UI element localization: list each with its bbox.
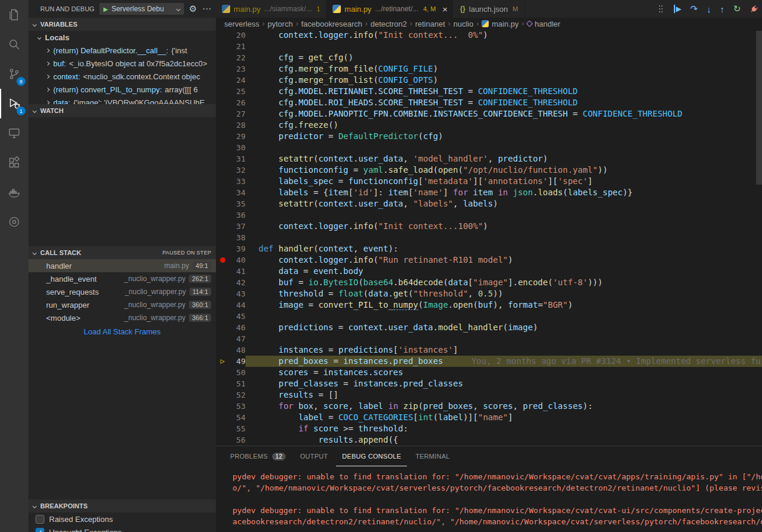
code-text[interactable]: for box, score, label in zip(pred_boxes,… (246, 401, 762, 412)
code-text[interactable]: cfg.MODEL.RETINANET.SCORE_THRESH_TEST = … (246, 86, 762, 97)
code-editor[interactable]: 20 context.logger.info("Init context... … (216, 30, 762, 446)
step-over-button[interactable]: ↷ (690, 4, 698, 14)
code-text[interactable]: pred_boxes = instances.pred_boxesYou, 2 … (246, 356, 762, 367)
stack-frame[interactable]: handlermain.py49:1 (28, 259, 216, 272)
code-line[interactable]: 27 cfg.MODEL.PANOPTIC_FPN.COMBINE.INSTAN… (216, 108, 762, 120)
step-out-button[interactable]: ↑ (720, 4, 725, 14)
code-text[interactable]: cfg.MODEL.ROI_HEADS.SCORE_THRESH_TEST = … (246, 97, 762, 108)
code-text[interactable]: scores = instances.scores (246, 367, 762, 378)
code-line[interactable]: 41 data = event.body (216, 266, 762, 277)
breakpoint-gutter[interactable] (216, 277, 229, 288)
breakpoint-gutter[interactable] (216, 108, 229, 120)
code-line[interactable]: 44 image = convert_PIL_to_numpy(Image.op… (216, 299, 762, 311)
breakpoint-gutter[interactable] (216, 187, 229, 198)
breakpoint-checkbox[interactable] (35, 515, 44, 524)
code-text[interactable]: setattr(context.user_data, "labels", lab… (246, 198, 762, 209)
code-text[interactable]: results.append({ (246, 434, 762, 446)
code-line[interactable]: 35 setattr(context.user_data, "labels", … (216, 198, 762, 209)
editor-tab[interactable]: main.py.../retinanet/...4, M× (327, 0, 454, 18)
code-text[interactable]: cfg.MODEL.PANOPTIC_FPN.COMBINE.INSTANCES… (246, 108, 762, 120)
breakpoint-gutter[interactable] (216, 209, 229, 221)
code-text[interactable]: context.logger.info("Init context... 0%"… (246, 30, 762, 41)
code-text[interactable]: cfg = get_cfg() (246, 52, 762, 63)
code-text[interactable]: instances = predictions['instances'] (246, 344, 762, 356)
drag-grip-icon[interactable] (659, 5, 660, 7)
breakpoint-gutter[interactable] (216, 266, 229, 277)
call-stack-pane-header[interactable]: CALL STACK PAUSED ON STEP (28, 246, 216, 259)
load-all-stack-frames-link[interactable]: Load All Stack Frames (28, 324, 216, 336)
code-line[interactable]: 26 cfg.MODEL.ROI_HEADS.SCORE_THRESH_TEST… (216, 97, 762, 108)
code-text[interactable]: predictor = DefaultPredictor(cfg) (246, 131, 762, 142)
code-text[interactable]: labels_spec = functionconfig['metadata']… (246, 176, 762, 187)
code-line[interactable]: 39def handler(context, event): (216, 243, 762, 254)
start-debugging-icon[interactable]: ▶ (104, 6, 108, 12)
code-line[interactable]: 45 (216, 311, 762, 322)
code-text[interactable] (246, 209, 762, 221)
close-tab-icon[interactable]: × (443, 4, 448, 14)
panel-tab-terminal[interactable]: TERMINAL (409, 446, 456, 466)
step-into-button[interactable]: ↓ (706, 4, 711, 14)
breakpoint-gutter[interactable] (216, 434, 229, 446)
breakpoint-checkbox[interactable] (35, 528, 44, 532)
code-text[interactable] (246, 41, 762, 52)
breakpoint-gutter[interactable] (216, 344, 229, 356)
variable-row[interactable]: buf:<_io.BytesIO object at 0x7f5a2dc1ecc… (28, 57, 216, 70)
continue-button[interactable]: ▶ (674, 5, 682, 13)
code-text[interactable]: def handler(context, event): (246, 243, 762, 254)
code-text[interactable] (246, 232, 762, 243)
code-text[interactable]: cfg.freeze() (246, 120, 762, 131)
activity-item-remote-explorer[interactable] (0, 118, 28, 148)
scrollbar-thumb[interactable] (756, 31, 762, 185)
code-text[interactable]: functionconfig = yaml.safe_load(open("/o… (246, 165, 762, 176)
editor-tab[interactable]: {}launch.jsonM (454, 0, 524, 18)
code-line[interactable]: 36 (216, 209, 762, 221)
breakpoint-gutter[interactable] (216, 30, 229, 41)
stack-frame[interactable]: run_wrapper_nuclio_wrapper.py360:1 (28, 298, 216, 311)
code-line[interactable]: 43 threshold = float(data.get("threshold… (216, 288, 762, 299)
breakpoint-gutter[interactable] (216, 165, 229, 176)
code-line[interactable]: 56 results.append({ (216, 434, 762, 446)
stack-frame[interactable]: <module>_nuclio_wrapper.py366:1 (28, 311, 216, 324)
breakpoint-gutter[interactable] (216, 86, 229, 97)
code-text[interactable]: context.logger.info("Run retinanet-R101 … (246, 254, 762, 266)
gear-icon[interactable]: ⚙ (189, 4, 197, 14)
code-text[interactable] (246, 333, 762, 344)
code-line[interactable]: 33 labels_spec = functionconfig['metadat… (216, 176, 762, 187)
code-line[interactable]: 23 cfg.merge_from_file(CONFIG_FILE) (216, 63, 762, 75)
code-line[interactable]: 50 scores = instances.scores (216, 367, 762, 378)
code-line[interactable]: 22 cfg = get_cfg() (216, 52, 762, 63)
breakpoint-gutter[interactable] (216, 232, 229, 243)
code-line[interactable]: 53 for box, score, label in zip(pred_box… (216, 401, 762, 412)
activity-item-search[interactable] (0, 30, 28, 59)
breakpoint-gutter[interactable] (216, 311, 229, 322)
activity-item-extension-circle[interactable] (0, 207, 28, 237)
code-line[interactable]: 34 labels = {item['id']: item['name'] fo… (216, 187, 762, 198)
breakpoint-gutter[interactable] (216, 288, 229, 299)
breakpoint-gutter[interactable] (216, 412, 229, 423)
code-text[interactable] (246, 311, 762, 322)
code-text[interactable]: image = convert_PIL_to_numpy(Image.open(… (246, 299, 762, 311)
breadcrumb-item[interactable]: facebookresearch (301, 20, 362, 28)
breadcrumb-symbol[interactable]: handler (527, 20, 560, 28)
panel-tab-problems[interactable]: PROBLEMS12 (224, 446, 292, 466)
variable-row[interactable]: context:<nuclio_sdk.context.Context obje… (28, 70, 216, 83)
code-line[interactable]: 40 context.logger.info("Run retinanet-R1… (216, 254, 762, 266)
code-text[interactable]: data = event.body (246, 266, 762, 277)
activity-item-source-control[interactable]: 8 (0, 59, 28, 89)
code-line[interactable]: 42 buf = io.BytesIO(base64.b64decode(dat… (216, 277, 762, 288)
code-line[interactable]: 31 setattr(context.user_data, 'model_han… (216, 153, 762, 165)
breakpoint-gutter[interactable]: ▷ (216, 356, 229, 367)
breadcrumb-file[interactable]: main.py (482, 20, 519, 28)
code-text[interactable]: cfg.merge_from_list(CONFIG_OPTS) (246, 75, 762, 86)
editor-scrollbar[interactable] (756, 30, 762, 446)
code-line[interactable]: 48 instances = predictions['instances'] (216, 344, 762, 356)
code-line[interactable]: 24 cfg.merge_from_list(CONFIG_OPTS) (216, 75, 762, 86)
code-line[interactable]: 25 cfg.MODEL.RETINANET.SCORE_THRESH_TEST… (216, 86, 762, 97)
code-text[interactable]: cfg.merge_from_file(CONFIG_FILE) (246, 63, 762, 75)
breakpoint-gutter[interactable] (216, 198, 229, 209)
code-text[interactable]: labels = {item['id']: item['name'] for i… (246, 187, 762, 198)
breakpoint-gutter[interactable] (216, 176, 229, 187)
breadcrumb-item[interactable]: retinanet (415, 20, 445, 28)
breakpoint-gutter[interactable] (216, 299, 229, 311)
activity-item-run-and-debug[interactable]: 1 (0, 89, 28, 118)
